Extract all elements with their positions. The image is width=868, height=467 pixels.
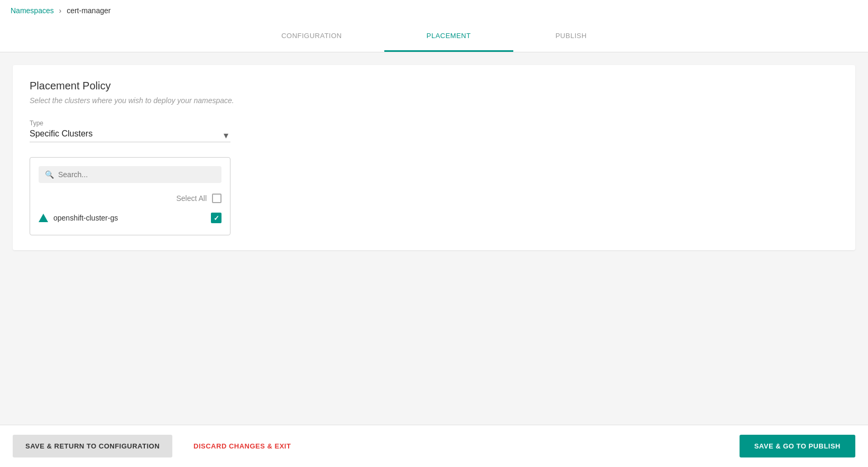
tab-publish[interactable]: PUBLISH: [513, 21, 629, 52]
type-select-container[interactable]: Specific Clusters ▾: [30, 129, 230, 142]
search-icon: 🔍: [45, 170, 54, 179]
footer: SAVE & RETURN TO CONFIGURATION DISCARD C…: [0, 425, 868, 467]
select-all-label: Select All: [176, 194, 207, 203]
footer-left: SAVE & RETURN TO CONFIGURATION DISCARD C…: [13, 435, 303, 457]
page-title: Placement Policy: [30, 80, 838, 92]
breadcrumb-current-page: cert-manager: [67, 6, 110, 15]
page-subtitle: Select the clusters where you wish to de…: [30, 96, 838, 105]
select-all-checkbox[interactable]: [212, 194, 221, 203]
save-publish-button[interactable]: SAVE & GO TO PUBLISH: [740, 435, 855, 457]
chevron-down-icon: ▾: [224, 130, 228, 141]
table-row: openshift-cluster-gs: [39, 209, 221, 226]
cluster-selection-box: 🔍 Select All openshift-cluster-gs: [30, 157, 230, 235]
save-return-button[interactable]: SAVE & RETURN TO CONFIGURATION: [13, 435, 172, 457]
cluster-icon: [39, 214, 48, 222]
tab-placement[interactable]: PLACEMENT: [384, 21, 513, 52]
main-content: Placement Policy Select the clusters whe…: [0, 52, 868, 425]
tab-configuration[interactable]: CONFIGURATION: [239, 21, 384, 52]
tabs-bar: CONFIGURATION PLACEMENT PUBLISH: [0, 21, 868, 52]
cluster-left: openshift-cluster-gs: [39, 214, 118, 222]
breadcrumb: Namespaces › cert-manager: [0, 0, 868, 21]
cluster-checkbox-checked[interactable]: [211, 213, 221, 223]
type-label: Type: [30, 120, 838, 127]
cluster-name: openshift-cluster-gs: [53, 214, 118, 222]
search-input[interactable]: [58, 170, 215, 179]
content-card: Placement Policy Select the clusters whe…: [13, 65, 855, 250]
select-all-row: Select All: [39, 191, 221, 209]
type-select-value: Specific Clusters: [30, 129, 93, 138]
breadcrumb-namespaces-link[interactable]: Namespaces: [11, 6, 54, 15]
discard-button[interactable]: DISCARD CHANGES & EXIT: [181, 435, 303, 457]
search-container: 🔍: [39, 166, 221, 183]
breadcrumb-separator: ›: [59, 6, 62, 15]
